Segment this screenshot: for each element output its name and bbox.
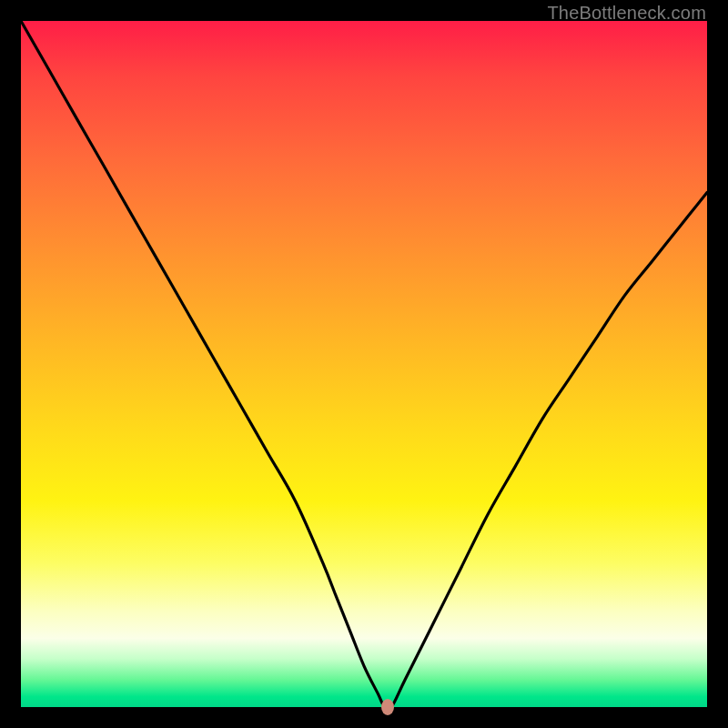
attribution-text: TheBottleneck.com [547, 3, 706, 24]
chart-frame: TheBottleneck.com [0, 0, 728, 728]
optimal-point-marker [381, 699, 394, 715]
curve-path [21, 21, 707, 710]
bottleneck-curve [21, 21, 707, 707]
